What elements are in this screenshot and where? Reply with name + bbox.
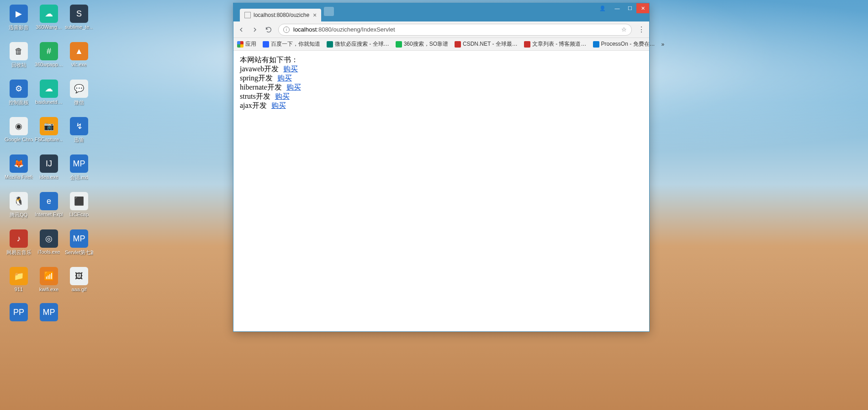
bookmark-label: CSDN.NET - 全球最… [463,40,518,48]
app-icon: PP [10,303,28,321]
desktop-icon[interactable]: ▲vlc.exe [65,42,93,69]
bookmark-item[interactable]: 360搜索，SO靠谱 [396,40,448,48]
icon-label: Internet Explorer [35,212,63,217]
desktop-icon[interactable]: MPServlet第七篇【Cooki… [65,229,93,256]
app-icon: 🖼 [70,267,88,285]
app-icon: ◎ [40,229,58,248]
back-button[interactable] [237,26,245,34]
buy-link[interactable]: 购买 [275,92,290,100]
desktop-icon[interactable]: ♪网易云音乐 [5,229,33,256]
icon-label: 迅雷影音 [9,24,29,31]
app-icon: 🗑 [10,42,28,60]
minimize-button[interactable]: — [611,3,624,13]
window-controls: 👤 — ☐ ✕ [596,3,649,13]
desktop-icon[interactable]: Ssublime_te… [65,5,93,31]
icon-label: FSCapture… [35,137,63,142]
chrome-titlebar[interactable]: localhost:8080/ouziche × 👤 — ☐ ✕ [233,3,649,21]
buy-link[interactable]: 购买 [286,83,301,91]
app-icon: e [40,192,58,210]
browser-tab[interactable]: localhost:8080/ouziche × [240,9,321,21]
book-row: javaweb开发 购买 [240,64,643,74]
app-icon: ◉ [10,117,28,135]
app-icon: MP [70,229,88,248]
icon-label: Mozilla Firefox [5,174,33,180]
apps-button[interactable]: 应用 [237,40,256,48]
icon-label: 360Wang… [36,24,62,30]
reload-button[interactable] [265,26,273,34]
desktop-icon[interactable]: ▶迅雷影音 [5,5,33,31]
app-icon: 📁 [10,267,28,285]
desktop-icon[interactable]: 🖼aaa.gif [65,267,93,292]
desktop-icon[interactable]: 💬微信 [65,80,93,106]
site-info-icon[interactable]: i [283,27,290,33]
book-name: spring开发 [240,74,273,82]
desktop-icon[interactable]: MP [35,303,63,323]
bookmark-favicon-icon [263,41,269,48]
icon-label: 911 [15,287,23,292]
desktop-icon[interactable]: ↯迅雷 [65,117,93,144]
desktop-icon[interactable]: 📶kwifi.exe [35,267,63,292]
buy-link[interactable]: 购买 [283,65,298,73]
desktop-icon[interactable]: ◎iTools.exe [35,229,63,256]
apps-grid-icon [237,41,243,48]
bookmark-favicon-icon [396,41,402,48]
icon-label: Google Chrome [5,137,33,142]
book-row: hibernate开发 购买 [240,83,643,92]
desktop-icon[interactable]: MP会话.md [65,154,93,181]
desktop-icon[interactable]: ☁baidunetd… [35,80,63,106]
desktop-icon[interactable]: 📷FSCapture… [35,117,63,144]
forward-button[interactable] [251,26,259,34]
bookmarks-overflow-icon[interactable]: » [662,41,665,48]
desktop-icon[interactable]: 🐧腾讯QQ [5,192,33,218]
icon-label: vlc.exe [71,62,87,67]
user-icon[interactable]: 👤 [596,3,609,13]
desktop-icon[interactable]: 🦊Mozilla Firefox [5,154,33,181]
new-tab-button[interactable] [324,7,334,16]
icon-label: 迅雷 [74,137,84,144]
icon-label: baidunetd… [35,99,62,105]
icon-label: 腾讯QQ [10,212,27,218]
desktop-icons-area: ▶迅雷影音☁360Wang…Ssublime_te…🗑回收站#360wpapp…… [5,5,93,323]
page-content: 本网站有如下书： javaweb开发 购买spring开发 购买hibernat… [233,51,649,115]
bookmarks-bar: 应用百度一下，你就知道微软必应搜索 - 全球…360搜索，SO靠谱CSDN.NE… [233,38,649,51]
bookmark-item[interactable]: 文章列表 - 博客频道… [524,40,587,48]
tab-close-icon[interactable]: × [313,11,317,19]
desktop-icon[interactable]: PP [5,303,33,323]
desktop-icon[interactable]: ⬛LICEcap [65,192,93,218]
desktop-icon[interactable]: #360wpapp… [35,42,63,69]
desktop-icon[interactable]: 📁911 [5,267,33,292]
chrome-toolbar: i localhost:8080/ouzicheng/IndexServlet … [233,21,649,38]
bookmark-star-icon[interactable]: ☆ [621,26,627,33]
icon-label: 网易云音乐 [6,249,32,256]
desktop-icon[interactable]: ⚙控制面板 [5,80,33,106]
bookmark-item[interactable]: 微软必应搜索 - 全球… [327,40,389,48]
book-name: ajax开发 [240,101,267,109]
app-icon: 📷 [40,117,58,135]
book-row: struts开发 购买 [240,92,643,101]
desktop-icon[interactable]: IJidea.exe [35,154,63,181]
app-icon: ▲ [70,42,88,60]
app-icon: ▶ [10,5,28,23]
chrome-browser-window: localhost:8080/ouziche × 👤 — ☐ ✕ i local… [233,3,650,332]
bookmark-favicon-icon [327,41,333,48]
bookmark-favicon-icon [524,41,530,48]
buy-link[interactable]: 购买 [277,74,292,82]
desktop-icon[interactable]: ◉Google Chrome [5,117,33,144]
address-bar[interactable]: i localhost:8080/ouzicheng/IndexServlet … [278,24,632,36]
window-close-button[interactable]: ✕ [636,3,649,13]
desktop-icon[interactable]: 🗑回收站 [5,42,33,69]
bookmark-label: 应用 [245,40,256,48]
buy-link[interactable]: 购买 [271,101,286,109]
bookmark-item[interactable]: ProcessOn - 免费在… [593,40,655,48]
tab-strip: localhost:8080/ouziche × [240,3,334,21]
app-icon: ↯ [70,117,88,135]
icon-label: 会话.md [70,174,88,181]
bookmark-item[interactable]: 百度一下，你就知道 [263,40,320,48]
desktop-icon[interactable]: eInternet Explorer [35,192,63,218]
chrome-menu-icon[interactable]: ⋮ [637,26,646,34]
desktop-icon[interactable]: ☁360Wang… [35,5,63,31]
maximize-button[interactable]: ☐ [624,3,636,13]
icon-label: 回收站 [11,62,26,69]
bookmark-item[interactable]: CSDN.NET - 全球最… [455,40,518,48]
app-icon: ♪ [10,229,28,248]
